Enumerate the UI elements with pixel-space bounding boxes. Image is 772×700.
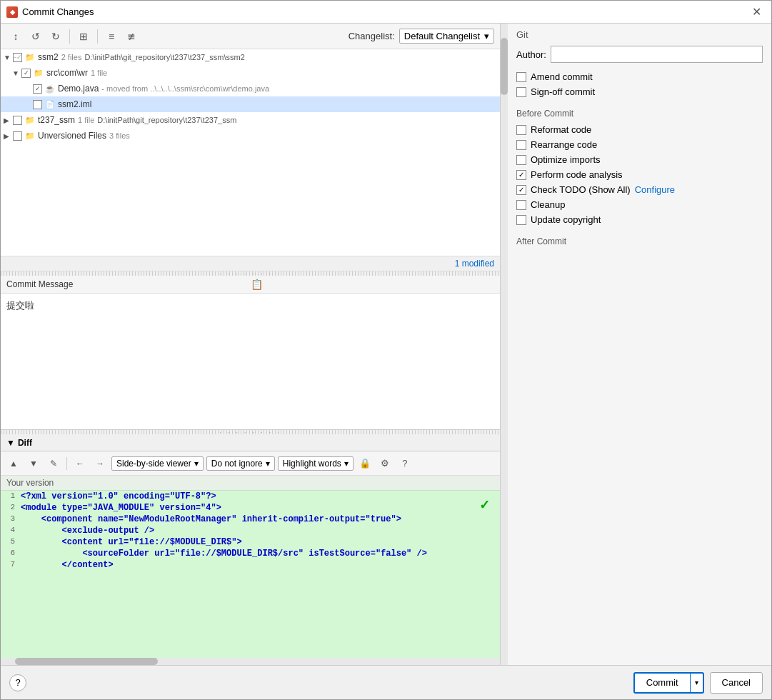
- perform-analysis-checkbox[interactable]: [516, 170, 526, 180]
- perform-analysis-label: Perform code analysis: [531, 169, 623, 180]
- diff-forward-button[interactable]: →: [91, 455, 109, 472]
- tree-meta-demo: - moved from ..\..\..\..\ssm\src\com\wr\…: [101, 84, 269, 93]
- diff-highlight-arrow: ▾: [344, 459, 349, 469]
- diff-line: 3 <component name="NewModuleRootManager"…: [1, 514, 500, 525]
- diff-settings-button[interactable]: ⚙: [376, 455, 393, 472]
- diff-next-button[interactable]: ▼: [25, 455, 42, 472]
- close-button[interactable]: ✕: [748, 4, 766, 20]
- tree-checkbox-unversioned[interactable]: [13, 131, 22, 141]
- group-button[interactable]: ⊞: [74, 27, 93, 46]
- tree-row-demo-java[interactable]: ☕ Demo.java - moved from ..\..\..\..\ssm…: [1, 81, 500, 96]
- diff-viewer-arrow: ▾: [194, 459, 199, 469]
- diff-lock-button[interactable]: 🔒: [356, 455, 374, 472]
- check-todo-row: Check TODO (Show All) Configure: [516, 184, 763, 195]
- commit-message-area: · · · · · · · · Commit Message 📋 提交啦: [1, 271, 500, 429]
- check-todo-checkbox[interactable]: [516, 185, 526, 195]
- tree-meta-unversioned: 3 files: [109, 131, 130, 140]
- diff-collapse-arrow[interactable]: ▼: [6, 438, 15, 448]
- help-button[interactable]: ?: [9, 674, 26, 691]
- commit-button-arrow[interactable]: ▾: [691, 674, 703, 692]
- reformat-code-checkbox[interactable]: [516, 125, 526, 135]
- commit-message-label: Commit Message: [6, 279, 251, 289]
- tree-row-ssm2-iml[interactable]: 📄 ssm2.iml: [1, 96, 500, 112]
- rearrange-code-label: Rearrange code: [531, 139, 597, 150]
- left-panel-scrollbar[interactable]: [501, 24, 508, 665]
- diff-highlight-label: Highlight words: [283, 459, 341, 469]
- horizontal-scrollbar[interactable]: [1, 658, 500, 665]
- commit-message-input[interactable]: 提交啦: [1, 294, 500, 429]
- folder-icon-unversioned: 📁: [25, 131, 35, 141]
- optimize-imports-row: Optimize imports: [516, 154, 763, 165]
- diff-line-number: 7: [1, 560, 21, 569]
- diff-content-wrapper: Your version 1<?xml version="1.0" encodi…: [1, 476, 500, 665]
- commit-message-icon[interactable]: 📋: [251, 279, 495, 290]
- tree-meta-t237: 1 file: [78, 116, 94, 124]
- diff-line: 4 <exclude-output />: [1, 525, 500, 536]
- right-panel: Git Author: Amend commit Sign-off commit…: [508, 24, 771, 665]
- changelist-value: Default Changelist: [404, 31, 480, 41]
- diff-header-label: Diff: [18, 438, 32, 448]
- changelist-dropdown[interactable]: Default Changelist ▾: [399, 29, 494, 44]
- commit-message-header: Commit Message 📋: [1, 276, 500, 294]
- collapse-all-button[interactable]: ≢: [122, 27, 141, 46]
- diff-edit-button[interactable]: ✎: [45, 455, 62, 472]
- toolbar-separator-2: [97, 29, 98, 44]
- check-todo-label: Check TODO (Show All): [531, 184, 631, 195]
- diff-prev-button[interactable]: ▲: [5, 455, 22, 472]
- cleanup-row: Cleanup: [516, 199, 763, 210]
- redo-button[interactable]: ↻: [46, 27, 65, 46]
- rearrange-code-checkbox[interactable]: [516, 140, 526, 150]
- author-input[interactable]: [551, 46, 763, 63]
- expand-all-button[interactable]: ≡: [102, 27, 121, 46]
- undo-button[interactable]: ↺: [26, 27, 45, 46]
- rearrange-code-row: Rearrange code: [516, 139, 763, 150]
- sign-off-checkbox[interactable]: [516, 87, 526, 97]
- commit-changes-window: ◆ Commit Changes ✕ ↕ ↺ ↻ ⊞ ≡ ≢ Changelis…: [0, 0, 772, 700]
- diff-highlight-dropdown[interactable]: Highlight words ▾: [278, 456, 354, 471]
- tree-row-ssm2[interactable]: ▼ – 📁 ssm2 2 files D:\initPath\git_repos…: [1, 49, 500, 65]
- diff-ignore-label: Do not ignore: [211, 459, 263, 469]
- pin-button[interactable]: ↕: [6, 27, 25, 46]
- diff-line-text: <exclude-output />: [21, 526, 154, 536]
- diff-ignore-dropdown[interactable]: Do not ignore ▾: [206, 456, 275, 471]
- diff-toolbar: ▲ ▼ ✎ ← → Side-by-side viewer ▾ Do not i…: [1, 451, 500, 476]
- diff-line-number: 3: [1, 514, 21, 523]
- tree-row-src[interactable]: ▼ 📁 src\com\wr 1 file: [1, 65, 500, 81]
- tree-label-t237: t237_ssm: [38, 115, 75, 125]
- tree-row-unversioned[interactable]: ▶ 📁 Unversioned Files 3 files: [1, 128, 500, 144]
- diff-line: 7 </content>: [1, 559, 500, 571]
- update-copyright-checkbox[interactable]: [516, 215, 526, 225]
- tree-row-t237-ssm[interactable]: ▶ 📁 t237_ssm 1 file D:\initPath\git_repo…: [1, 112, 500, 128]
- commit-button[interactable]: Commit ▾: [633, 672, 704, 694]
- app-icon: ◆: [6, 6, 18, 18]
- amend-commit-checkbox[interactable]: [516, 72, 526, 82]
- configure-link[interactable]: Configure: [635, 184, 675, 195]
- java-icon-demo: ☕: [45, 84, 55, 94]
- tree-checkbox-t237[interactable]: [13, 116, 22, 125]
- update-copyright-row: Update copyright: [516, 214, 763, 225]
- tree-checkbox-iml[interactable]: [33, 100, 42, 109]
- diff-line: 1<?xml version="1.0" encoding="UTF-8"?>: [1, 491, 500, 502]
- diff-help-button[interactable]: ?: [396, 455, 413, 472]
- horizontal-scrollbar-thumb[interactable]: [15, 658, 158, 665]
- tree-checkbox-src[interactable]: [21, 69, 31, 78]
- optimize-imports-checkbox[interactable]: [516, 155, 526, 165]
- cancel-button[interactable]: Cancel: [710, 672, 763, 694]
- diff-viewer-label: Side-by-side viewer: [116, 459, 191, 469]
- diff-back-button[interactable]: ←: [71, 455, 89, 472]
- left-panel: ↕ ↺ ↻ ⊞ ≡ ≢ Changelist: Default Changeli…: [1, 24, 501, 665]
- tree-checkbox-ssm2[interactable]: –: [13, 53, 22, 62]
- diff-viewer-dropdown[interactable]: Side-by-side viewer ▾: [111, 456, 204, 471]
- tree-label-src: src\com\wr: [46, 68, 88, 78]
- folder-icon-t237: 📁: [25, 116, 35, 125]
- diff-line-text: <sourceFolder url="file://$MODULE_DIR$/s…: [21, 549, 427, 559]
- commit-button-label[interactable]: Commit: [635, 674, 691, 692]
- diff-line-number: 2: [1, 503, 21, 511]
- cleanup-label: Cleanup: [531, 199, 565, 210]
- diff-line-text: <content url="file://$MODULE_DIR$">: [21, 537, 242, 547]
- cleanup-checkbox[interactable]: [516, 200, 526, 210]
- tree-checkbox-demo[interactable]: [33, 84, 42, 94]
- toolbar-separator-1: [69, 29, 70, 44]
- after-commit-title: After Commit: [516, 236, 763, 246]
- left-panel-scrollbar-thumb[interactable]: [501, 38, 508, 95]
